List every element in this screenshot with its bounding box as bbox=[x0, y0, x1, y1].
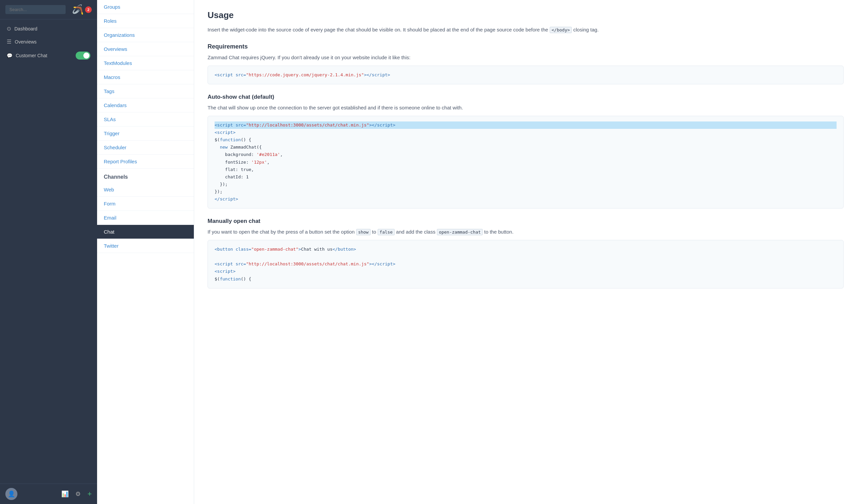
footer-icons: 📊 ⚙ + bbox=[61, 490, 92, 498]
body-tag-code: </body> bbox=[550, 27, 572, 33]
autoshow-text: The chat will show up once the connectio… bbox=[207, 104, 844, 112]
sidebar-footer: 👤 📊 ⚙ + bbox=[0, 484, 97, 504]
intro-text: Insert the widget-code into the source c… bbox=[207, 26, 844, 34]
logo-icon: 🪃 bbox=[72, 4, 84, 15]
settings-nav-textmodules[interactable]: TextModules bbox=[97, 56, 194, 70]
channels-section-label: Channels bbox=[97, 169, 194, 183]
manually-text: If you want to open the chat by the pres… bbox=[207, 228, 844, 236]
class-code: open-zammad-chat bbox=[437, 229, 483, 235]
sidebar: 🪃 2 ⊙ Dashboard ☰ Overviews 💬 Customer C… bbox=[0, 0, 97, 504]
settings-nav-form[interactable]: Form bbox=[97, 197, 194, 211]
sidebar-header: 🪃 2 bbox=[0, 0, 97, 19]
settings-nav-twitter[interactable]: Twitter bbox=[97, 239, 194, 253]
sidebar-nav: ⊙ Dashboard ☰ Overviews 💬 Customer Chat bbox=[0, 19, 97, 484]
settings-nav-macros[interactable]: Macros bbox=[97, 70, 194, 84]
settings-nav-tags[interactable]: Tags bbox=[97, 84, 194, 98]
settings-nav-roles[interactable]: Roles bbox=[97, 14, 194, 28]
settings-nav-chat[interactable]: Chat bbox=[97, 225, 194, 239]
main-content: Usage Insert the widget-code into the so… bbox=[194, 0, 857, 504]
jquery-code-block: <script src="https://code.jquery.com/jqu… bbox=[207, 66, 844, 84]
requirements-text: Zammad Chat requires jQuery. If you don'… bbox=[207, 53, 844, 62]
autoshow-code-block: <script src="http://localhost:3000/asset… bbox=[207, 116, 844, 208]
avatar[interactable]: 👤 bbox=[5, 488, 17, 500]
settings-nav-slas[interactable]: SLAs bbox=[97, 113, 194, 127]
settings-nav-web[interactable]: Web bbox=[97, 183, 194, 197]
false-code: false bbox=[377, 229, 395, 235]
manually-title: Manually open chat bbox=[207, 218, 844, 224]
requirements-title: Requirements bbox=[207, 43, 844, 50]
show-code: show bbox=[356, 229, 371, 235]
add-icon[interactable]: + bbox=[87, 490, 92, 498]
manually-code-block: <button class="open-zammad-chat">Chat wi… bbox=[207, 240, 844, 288]
settings-nav-calendars[interactable]: Calendars bbox=[97, 98, 194, 113]
customer-chat-toggle-switch[interactable] bbox=[75, 52, 90, 60]
autoshow-title: Auto-show chat (default) bbox=[207, 94, 844, 100]
settings-nav-email[interactable]: Email bbox=[97, 211, 194, 225]
settings-nav-report-profiles[interactable]: Report Profiles bbox=[97, 155, 194, 169]
notification-badge: 2 bbox=[85, 6, 92, 13]
logo-area: 🪃 2 bbox=[72, 4, 92, 15]
settings-nav-overviews[interactable]: Overviews bbox=[97, 42, 194, 56]
settings-nav-organizations[interactable]: Organizations bbox=[97, 28, 194, 42]
settings-nav-trigger[interactable]: Trigger bbox=[97, 127, 194, 140]
overviews-icon: ☰ bbox=[7, 38, 11, 45]
search-input[interactable] bbox=[5, 5, 66, 14]
chat-icon: 💬 bbox=[7, 53, 12, 58]
dashboard-label: Dashboard bbox=[14, 26, 37, 32]
sidebar-item-customer-chat[interactable]: 💬 Customer Chat bbox=[0, 48, 97, 63]
overviews-label: Overviews bbox=[15, 39, 36, 45]
sidebar-item-dashboard[interactable]: ⊙ Dashboard bbox=[0, 22, 97, 35]
settings-nav-scheduler[interactable]: Scheduler bbox=[97, 140, 194, 155]
stats-icon[interactable]: 📊 bbox=[61, 490, 69, 498]
settings-nav: Groups Roles Organizations Overviews Tex… bbox=[97, 0, 194, 504]
dashboard-icon: ⊙ bbox=[7, 26, 11, 32]
customer-chat-label: Customer Chat bbox=[16, 53, 47, 58]
page-title: Usage bbox=[207, 10, 844, 20]
sidebar-item-overviews[interactable]: ☰ Overviews bbox=[0, 35, 97, 48]
settings-icon[interactable]: ⚙ bbox=[75, 490, 81, 498]
settings-nav-groups[interactable]: Groups bbox=[97, 0, 194, 14]
